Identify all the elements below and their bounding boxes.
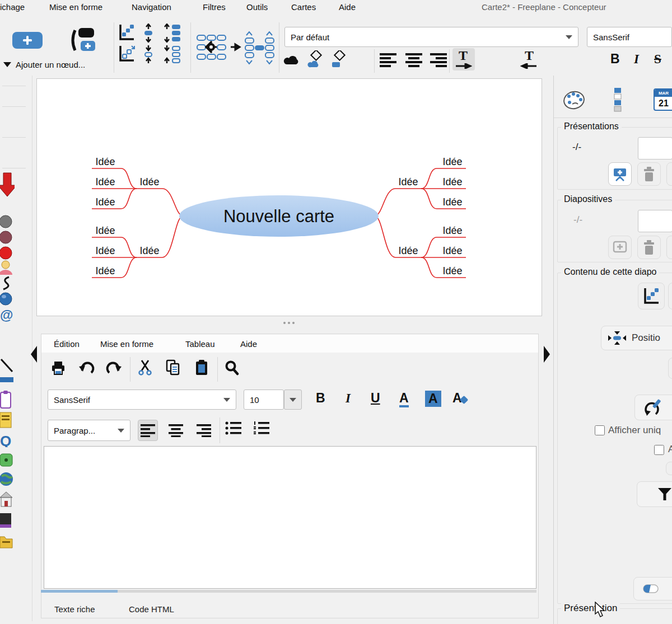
add-child-node-button[interactable]: [67, 27, 99, 54]
redo-button[interactable]: [106, 360, 123, 376]
node-idea[interactable]: Idée: [95, 265, 115, 276]
editor-size-field[interactable]: 10: [244, 390, 284, 410]
node-idea[interactable]: Idée: [442, 225, 462, 236]
decrease-vertical-space-button[interactable]: [141, 45, 156, 64]
partial-button[interactable]: [668, 358, 672, 379]
new-presentation-button[interactable]: [608, 162, 632, 186]
node-idea[interactable]: Idée: [442, 245, 462, 256]
editor-align-left-button[interactable]: [138, 420, 158, 441]
editor-menu-mise-en-forme[interactable]: Mise en forme: [100, 339, 153, 349]
menu-navigation[interactable]: Navigation: [132, 2, 171, 12]
cut-button[interactable]: [137, 359, 153, 376]
unfold-all-button[interactable]: [118, 24, 135, 41]
menu-outils[interactable]: Outils: [246, 2, 268, 12]
show-only-checkbox[interactable]: [595, 425, 605, 435]
copy-button[interactable]: [165, 359, 181, 376]
layers-button[interactable]: [613, 87, 622, 113]
at-sign-icon[interactable]: @: [0, 307, 15, 322]
menu-affichage[interactable]: ichage: [0, 2, 25, 12]
undo-button[interactable]: [78, 360, 95, 376]
paste-button[interactable]: [194, 359, 209, 376]
editor-align-center-button[interactable]: [166, 420, 186, 441]
text-direction-ltr-button[interactable]: T: [452, 48, 475, 71]
person-icon[interactable]: [0, 260, 15, 275]
slide-name-input[interactable]: [638, 210, 672, 232]
magnifier-q-icon[interactable]: Q: [0, 433, 15, 447]
font-combobox-top[interactable]: SansSerif: [587, 27, 672, 47]
editor-italic-button[interactable]: I: [346, 392, 351, 405]
red-arrow-down-icon[interactable]: [0, 172, 15, 198]
green-node-icon[interactable]: [0, 453, 15, 467]
black-squiggle-icon[interactable]: [0, 276, 15, 290]
yellow-note-icon[interactable]: [0, 411, 15, 429]
delete-presentation-button[interactable]: [637, 162, 661, 186]
editor-bold-button[interactable]: B: [316, 392, 325, 405]
gray-circle-icon[interactable]: [0, 214, 15, 229]
splitter-handle[interactable]: [283, 322, 295, 324]
position-button[interactable]: Positio: [601, 326, 672, 350]
editor-menu-tableau[interactable]: Tableau: [185, 339, 215, 349]
print-button[interactable]: [50, 360, 66, 376]
editor-size-dropdown-button[interactable]: [284, 390, 302, 410]
node-idea-parent[interactable]: Idée: [139, 176, 159, 187]
move-presentation-up-button[interactable]: [666, 162, 672, 186]
align-nodes-center-button[interactable]: [404, 52, 423, 69]
fold-all-button[interactable]: [118, 45, 135, 63]
tab-texte-riche[interactable]: Texte riche: [54, 604, 95, 614]
search-button[interactable]: [224, 360, 240, 376]
blue-sphere-icon[interactable]: [0, 292, 15, 306]
node-idea[interactable]: Idée: [95, 225, 115, 236]
node-idea[interactable]: Idée: [442, 176, 462, 187]
toggle-option-button[interactable]: N: [633, 577, 672, 600]
collapse-panel-right-icon[interactable]: [544, 346, 550, 363]
cloud-button[interactable]: [283, 50, 302, 69]
decrease-vertical-space-all-button[interactable]: [164, 45, 181, 64]
tab-code-html[interactable]: Code HTML: [129, 604, 174, 614]
style-combobox[interactable]: Par défaut: [284, 27, 578, 47]
editor-highlight-button[interactable]: A: [425, 391, 441, 407]
move-slide-up-button[interactable]: [666, 236, 672, 259]
node-idea[interactable]: Idée: [95, 196, 115, 208]
add-node-menu[interactable]: Ajouter un nœud...: [3, 60, 85, 69]
editor-font-combobox[interactable]: SansSerif: [48, 390, 236, 410]
increase-vertical-space-button[interactable]: [141, 24, 156, 43]
layout-management-button[interactable]: [196, 31, 276, 65]
calendar-button[interactable]: MAR 21: [654, 88, 672, 111]
purple-clipboard-icon[interactable]: [0, 390, 15, 409]
node-idea-parent[interactable]: Idée: [398, 176, 418, 187]
new-slide-button[interactable]: [608, 236, 632, 259]
node-idea-parent[interactable]: Idée: [398, 245, 418, 256]
rect-shape-button[interactable]: [330, 50, 349, 69]
delete-slide-button[interactable]: [637, 236, 661, 259]
align-nodes-right-button[interactable]: [429, 52, 448, 69]
node-idea[interactable]: Idée: [95, 176, 115, 187]
red-circle-icon[interactable]: [0, 246, 15, 260]
presentation-name-input[interactable]: [638, 137, 672, 159]
yellow-folder-icon[interactable]: [0, 533, 15, 550]
menu-aide[interactable]: Aide: [339, 2, 356, 12]
edit-slide-style-button[interactable]: [634, 395, 672, 420]
root-node-label[interactable]: Nouvelle carte: [223, 207, 334, 226]
editor-paragraph-combobox[interactable]: Paragrap...: [48, 420, 130, 441]
editor-clear-format-button[interactable]: A: [452, 391, 472, 407]
globe-icon[interactable]: [0, 471, 15, 487]
italic-button[interactable]: I: [634, 53, 639, 65]
increase-vertical-space-all-button[interactable]: [164, 24, 181, 43]
palette-button[interactable]: [562, 90, 586, 111]
pen-stroke-icon[interactable]: [0, 358, 15, 373]
node-idea[interactable]: Idée: [95, 156, 115, 167]
editor-menu-edition[interactable]: Édition: [54, 339, 80, 349]
node-idea[interactable]: Idée: [442, 265, 462, 276]
editor-menu-aide[interactable]: Aide: [240, 339, 257, 349]
bold-button[interactable]: B: [610, 53, 620, 65]
fold-state-button[interactable]: [638, 283, 665, 309]
node-idea[interactable]: Idée: [95, 245, 115, 256]
note-text-area[interactable]: [44, 446, 536, 589]
node-idea[interactable]: Idée: [442, 196, 462, 208]
maroon-circle-icon[interactable]: [0, 230, 15, 245]
blue-bar-icon[interactable]: [0, 375, 15, 390]
editor-bullet-list-button[interactable]: [225, 421, 242, 435]
menu-cartes[interactable]: Cartes: [291, 2, 316, 12]
home-icon[interactable]: [0, 491, 15, 509]
map-canvas[interactable]: Nouvelle carte Idée Idée Idée Idée Idée …: [36, 78, 542, 316]
